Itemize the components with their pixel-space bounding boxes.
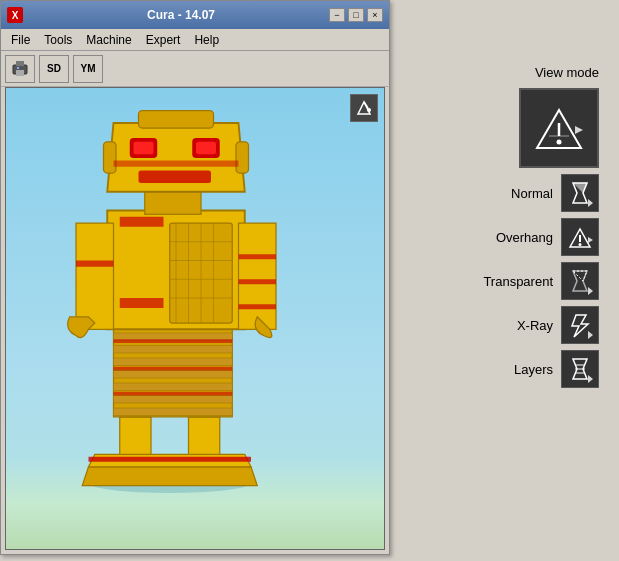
svg-point-52 — [579, 243, 582, 246]
svg-rect-16 — [114, 339, 233, 343]
svg-rect-35 — [139, 111, 214, 129]
svg-marker-55 — [572, 315, 588, 337]
minimize-button[interactable]: − — [329, 8, 345, 22]
transparent-mode-label: Transparent — [483, 274, 553, 289]
svg-rect-13 — [114, 383, 233, 391]
svg-rect-17 — [114, 367, 233, 371]
svg-point-46 — [557, 140, 562, 145]
normal-mode-row: Normal — [511, 174, 599, 212]
svg-rect-18 — [114, 392, 233, 396]
transparent-mode-row: Transparent — [483, 262, 599, 300]
svg-rect-3 — [17, 67, 19, 69]
svg-rect-33 — [239, 304, 277, 309]
svg-rect-1 — [16, 61, 24, 66]
ym-button[interactable]: YM — [73, 55, 103, 83]
layers-mode-row: Layers — [514, 350, 599, 388]
layers-mode-label: Layers — [514, 362, 553, 377]
svg-marker-54 — [588, 287, 593, 295]
view-corner-button[interactable] — [350, 94, 378, 122]
view-mode-title: View mode — [535, 65, 599, 80]
svg-rect-34 — [145, 192, 201, 215]
svg-rect-29 — [120, 298, 164, 308]
viewport[interactable] — [5, 87, 385, 550]
overhang-mode-button[interactable] — [561, 218, 599, 256]
svg-rect-12 — [114, 371, 233, 379]
svg-rect-31 — [239, 254, 277, 259]
overhang-mode-label: Overhang — [496, 230, 553, 245]
menu-help[interactable]: Help — [188, 31, 225, 49]
svg-rect-11 — [114, 358, 233, 366]
svg-marker-49 — [588, 199, 593, 207]
transparent-mode-button[interactable] — [561, 262, 599, 300]
svg-marker-56 — [588, 331, 593, 339]
maximize-button[interactable]: □ — [348, 8, 364, 22]
svg-point-6 — [367, 108, 371, 112]
svg-marker-60 — [588, 375, 593, 383]
svg-marker-48 — [575, 126, 583, 134]
svg-rect-36 — [104, 142, 117, 173]
overhang-mode-row: Overhang — [496, 218, 599, 256]
svg-rect-39 — [134, 142, 154, 155]
svg-rect-42 — [139, 171, 212, 184]
close-button[interactable]: × — [367, 8, 383, 22]
xray-mode-button[interactable] — [561, 306, 599, 344]
normal-mode-button[interactable] — [561, 174, 599, 212]
main-window: X Cura - 14.07 − □ × File Tools Machine … — [0, 0, 390, 555]
svg-rect-37 — [236, 142, 249, 173]
title-bar: X Cura - 14.07 − □ × — [1, 1, 389, 29]
xray-mode-label: X-Ray — [517, 318, 553, 333]
menu-tools[interactable]: Tools — [38, 31, 78, 49]
svg-marker-53 — [588, 237, 593, 243]
svg-rect-14 — [114, 396, 233, 404]
view-mode-panel: View mode Normal — [399, 65, 609, 388]
sd-button[interactable]: SD — [39, 55, 69, 83]
view-mode-active-button[interactable] — [519, 88, 599, 168]
window-controls: − □ × — [329, 8, 383, 22]
menu-machine[interactable]: Machine — [80, 31, 137, 49]
print-button[interactable] — [5, 55, 35, 83]
menu-file[interactable]: File — [5, 31, 36, 49]
normal-mode-label: Normal — [511, 186, 553, 201]
svg-rect-32 — [239, 279, 277, 284]
toolbar: SD YM — [1, 51, 389, 87]
menu-expert[interactable]: Expert — [140, 31, 187, 49]
layers-mode-button[interactable] — [561, 350, 599, 388]
svg-rect-8 — [89, 457, 252, 462]
svg-rect-15 — [114, 408, 233, 416]
svg-rect-10 — [114, 346, 233, 354]
menu-bar: File Tools Machine Expert Help — [1, 29, 389, 51]
svg-rect-30 — [76, 261, 114, 267]
svg-marker-4 — [358, 102, 370, 114]
window-title: Cura - 14.07 — [29, 8, 333, 22]
svg-rect-2 — [16, 70, 24, 76]
svg-rect-43 — [114, 161, 239, 167]
xray-mode-row: X-Ray — [517, 306, 599, 344]
svg-rect-28 — [120, 217, 164, 227]
robot-model — [36, 98, 316, 498]
svg-rect-41 — [196, 142, 216, 155]
view-mode-section: View mode Normal — [399, 65, 609, 388]
app-icon: X — [7, 7, 23, 23]
